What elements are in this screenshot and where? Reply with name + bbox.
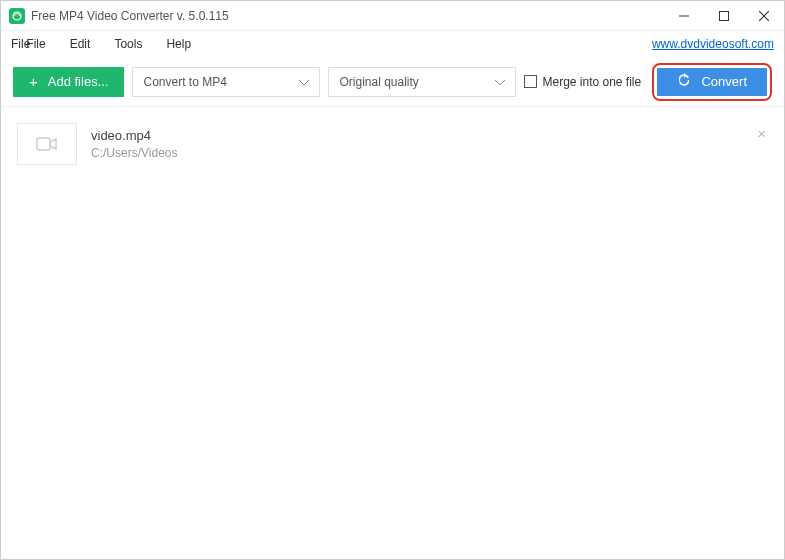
menu-tools[interactable]: Tools — [114, 37, 142, 51]
maximize-icon — [719, 11, 729, 21]
svg-rect-5 — [37, 138, 50, 150]
svg-rect-2 — [720, 11, 729, 20]
camera-icon — [36, 136, 58, 152]
file-list: video.mp4 C:/Users/Videos × — [1, 107, 784, 181]
convert-button[interactable]: Convert — [657, 68, 767, 96]
file-meta: video.mp4 C:/Users/Videos — [91, 128, 177, 160]
plus-icon: + — [29, 74, 38, 89]
add-files-button[interactable]: + Add files... — [13, 67, 124, 97]
format-dropdown-value: Convert to MP4 — [143, 75, 226, 89]
website-link[interactable]: www.dvdvideosoft.com — [652, 37, 774, 51]
file-name: video.mp4 — [91, 128, 177, 143]
file-item[interactable]: video.mp4 C:/Users/Videos × — [13, 117, 772, 171]
merge-checkbox[interactable] — [524, 75, 537, 88]
window-controls — [664, 1, 784, 31]
toolbar: + Add files... Convert to MP4 Original q… — [1, 57, 784, 107]
close-icon — [759, 11, 769, 21]
window-title: Free MP4 Video Converter v. 5.0.115 — [31, 9, 229, 23]
chevron-down-icon — [495, 75, 505, 89]
merge-checkbox-wrap[interactable]: Merge into one file — [524, 75, 641, 89]
maximize-button[interactable] — [704, 1, 744, 31]
menu-help[interactable]: Help — [166, 37, 191, 51]
titlebar: Free MP4 Video Converter v. 5.0.115 — [1, 1, 784, 31]
convert-label: Convert — [701, 74, 747, 89]
format-dropdown[interactable]: Convert to MP4 — [132, 67, 320, 97]
app-icon — [9, 8, 25, 24]
quality-dropdown-value: Original quality — [339, 75, 418, 89]
menu-file-real[interactable]: File — [26, 37, 45, 51]
merge-label: Merge into one file — [542, 75, 641, 89]
minimize-icon — [679, 11, 689, 21]
close-button[interactable] — [744, 1, 784, 31]
quality-dropdown[interactable]: Original quality — [328, 67, 516, 97]
menubar: File File Edit Tools Help www.dvdvideoso… — [1, 31, 784, 57]
minimize-button[interactable] — [664, 1, 704, 31]
refresh-icon — [677, 73, 691, 90]
convert-highlight: Convert — [652, 63, 772, 101]
file-path: C:/Users/Videos — [91, 146, 177, 160]
remove-file-button[interactable]: × — [757, 125, 766, 142]
add-files-label: Add files... — [48, 74, 109, 89]
menu-edit[interactable]: Edit — [70, 37, 91, 51]
chevron-down-icon — [299, 75, 309, 89]
video-thumbnail — [17, 123, 77, 165]
